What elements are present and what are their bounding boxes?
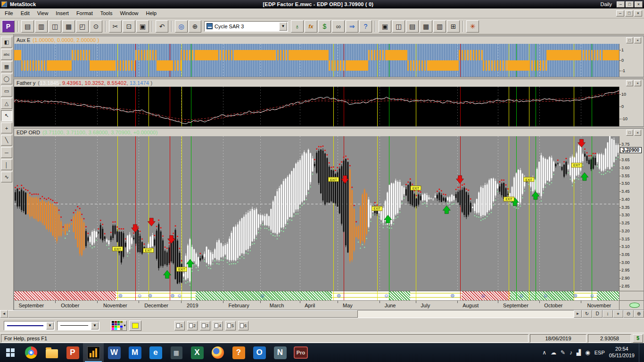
panel-father-header[interactable]: Father y (13.1845, 9.43961, 10.3252, 8.5… <box>14 79 644 87</box>
panel-father-restore-button[interactable]: □ <box>626 80 633 86</box>
language-indicator[interactable]: ESP <box>594 350 605 355</box>
father-scale[interactable]: 100-10 <box>619 87 644 126</box>
layout-tile-horizontal-button[interactable]: ▤ <box>406 20 419 33</box>
file-explorer-icon[interactable] <box>41 343 62 362</box>
expert-status-lamp[interactable] <box>629 303 640 308</box>
aux-plot[interactable] <box>14 44 619 77</box>
child-restore-button[interactable]: □ <box>625 10 633 16</box>
dropdown-arrow-icon[interactable]: ▼ <box>279 22 287 31</box>
ellipse-tool[interactable]: ◯ <box>1 74 12 84</box>
expert-symbol-icon[interactable]: ⊜ <box>148 292 152 299</box>
panel-price-restore-button[interactable]: □ <box>626 130 633 136</box>
zoom-out-button[interactable]: ⊖ <box>623 310 634 318</box>
metastock-chart-icon[interactable] <box>83 343 104 362</box>
expert-symbol-icon[interactable]: ⊜ <box>118 292 123 299</box>
maximize-button[interactable]: □ <box>626 1 634 8</box>
line-style-picker[interactable]: ▼ <box>4 321 55 330</box>
onedrive-icon[interactable]: ☁ <box>551 349 556 356</box>
layout-mixed-button[interactable]: ⊞ <box>447 20 460 33</box>
layout-preset-button-4[interactable]: 4 <box>213 321 223 330</box>
panel-aux-header[interactable]: Aux E (1.00000, 0.0000, 2.00000 ) □× <box>14 36 644 44</box>
edge-icon[interactable]: e <box>145 343 166 362</box>
chrome-icon[interactable] <box>21 343 41 362</box>
layout-preset-button-1[interactable]: 1 <box>174 321 185 330</box>
indicator-builder-button[interactable]: fx <box>305 20 317 33</box>
triangle-tool[interactable]: △ <box>1 98 12 109</box>
print-preview-button[interactable]: ◰ <box>76 20 89 33</box>
menu-format[interactable]: Format <box>73 9 97 17</box>
crosshair-tool[interactable]: + <box>1 123 12 133</box>
rectangle-tool[interactable]: ▭ <box>1 86 12 97</box>
panel-aux-close-button[interactable]: × <box>634 37 641 43</box>
program-icon[interactable]: P <box>2 20 15 33</box>
text-note-tool[interactable]: abc <box>1 49 12 60</box>
expert-symbol-icon[interactable]: ☺ <box>177 292 182 299</box>
trendline-tool[interactable]: ╲ <box>1 135 12 146</box>
layout-columns-button[interactable]: ▥ <box>433 20 446 33</box>
expert-symbol-icon[interactable]: ☺ <box>384 292 389 299</box>
expert-symbol-icon[interactable]: ⊜ <box>337 292 341 299</box>
dropdown-arrow-icon[interactable]: ▼ <box>91 322 99 329</box>
metastock-pro-icon[interactable]: Pro <box>290 343 311 362</box>
help-pointer-button[interactable]: ? <box>359 20 372 33</box>
horizontal-line-tool[interactable]: ─ <box>1 147 12 158</box>
undo-button[interactable]: ↶ <box>156 20 168 33</box>
start-button[interactable] <box>0 343 21 362</box>
menu-tools[interactable]: Tools <box>97 9 116 17</box>
highlight-color-button[interactable] <box>129 321 141 331</box>
print-button[interactable]: ▦ <box>62 20 75 33</box>
network-icon[interactable]: ▟ <box>577 349 581 356</box>
options-button[interactable]: ✳ <box>466 20 479 33</box>
layout-grid-button[interactable]: ▦ <box>420 20 432 33</box>
scroll-thumb[interactable] <box>8 310 358 318</box>
show-desktop-button[interactable] <box>639 343 641 362</box>
scroll-right-button[interactable]: ► <box>574 310 582 318</box>
close-button[interactable]: × <box>635 1 643 8</box>
refresh-button[interactable]: ↻ <box>582 310 592 318</box>
child-minimize-button[interactable]: – <box>616 10 624 16</box>
periodicity-daily-button[interactable]: D <box>592 310 603 318</box>
copy-button[interactable]: ⊡ <box>123 20 135 33</box>
menu-help[interactable]: Help <box>142 9 161 17</box>
price-scale[interactable]: 3.70900 3.753.703.653.603.553.503.453.40… <box>619 136 644 291</box>
firefox-icon[interactable] <box>207 343 228 362</box>
forecaster-button[interactable]: ⇒ <box>346 20 358 33</box>
binoculars-explorer-button[interactable]: ∞ <box>332 20 345 33</box>
panel-price-header[interactable]: EDP ORD (3.71100, 3.71100, 3.68000, 3.70… <box>14 129 644 136</box>
zoom-button[interactable]: ⊙ <box>90 20 102 33</box>
pointer-tool[interactable]: ↖ <box>1 110 12 121</box>
hidden-icons-expand-icon[interactable]: ∧ <box>542 349 546 356</box>
notes-app-icon[interactable]: N <box>270 343 290 362</box>
system-tester-button[interactable]: $ <box>318 20 331 33</box>
status-icon[interactable]: ◉ <box>585 349 590 356</box>
price-plot[interactable]: EXITEXITEXITEXITEXITEXITEXITEXITEXIT <box>14 136 619 291</box>
currency-button[interactable]: $ <box>633 334 643 343</box>
layout-preset-button-5[interactable]: 5 <box>225 321 236 330</box>
expert-advisor-ribbon[interactable]: ⊜☺⊜⊜☺☺⊜☺⊜☺☺☺⊜☺ <box>14 291 619 300</box>
paste-button[interactable]: ▣ <box>136 20 149 33</box>
crosshair-button[interactable]: ◎ <box>175 20 188 33</box>
expert-symbol-icon[interactable]: ☺ <box>543 292 548 299</box>
scroll-track[interactable] <box>358 310 574 318</box>
open-chart-button[interactable]: ▥ <box>35 20 48 33</box>
panel-aux-restore-button[interactable]: □ <box>626 37 633 43</box>
expert-symbol-icon[interactable]: ☺ <box>260 292 265 299</box>
expert-symbol-icon[interactable]: ☺ <box>519 292 524 299</box>
vertical-line-tool[interactable]: │ <box>1 159 12 170</box>
help-icon[interactable]: ? <box>228 343 249 362</box>
metastock-icon[interactable]: M <box>124 343 145 362</box>
layout-cascade-button[interactable]: ▣ <box>379 20 391 33</box>
pen-icon[interactable]: ✎ <box>561 349 565 356</box>
expert-symbol-icon[interactable]: ⊜ <box>450 292 454 299</box>
expert-symbol-icon[interactable]: ☺ <box>589 292 594 299</box>
menu-file[interactable]: File <box>1 9 17 17</box>
word-icon[interactable]: W <box>104 343 124 362</box>
child-close-button[interactable]: × <box>634 10 642 16</box>
excel-icon[interactable]: X <box>187 343 207 362</box>
expert-symbol-icon[interactable]: ☺ <box>480 292 486 299</box>
menu-edit[interactable]: Edit <box>17 9 33 17</box>
pane-splitter-tool[interactable]: ◧ <box>1 37 12 48</box>
color-palette-button[interactable]: ▾ <box>111 321 127 331</box>
expert-symbol-icon[interactable]: ☺ <box>137 292 142 299</box>
powerpoint-icon[interactable]: P <box>62 343 83 362</box>
